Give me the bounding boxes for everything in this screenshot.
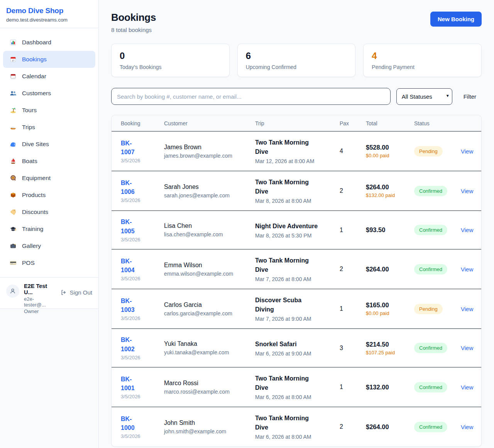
sidebar-item-label: Trips	[22, 124, 35, 131]
boats-icon	[10, 158, 17, 165]
view-link[interactable]: View	[461, 188, 474, 194]
sidebar-item-label: Gallery	[22, 243, 41, 249]
trip-name: Night Dive Adventure	[255, 222, 321, 231]
table-header-row: Booking Customer Trip Pax Total Status	[112, 115, 481, 131]
sign-out-label: Sign Out	[70, 289, 92, 296]
column-header-customer: Customer	[164, 120, 255, 126]
stat-card: 4 Pending Payment	[363, 44, 482, 77]
user-section: E2E Test U... e2e-tester@... Owner Sign …	[0, 277, 98, 320]
column-header-pax: Pax	[340, 120, 366, 126]
sign-out-icon	[60, 289, 67, 296]
booking-date: 3/5/2026	[121, 355, 164, 360]
page-title: Bookings	[111, 12, 156, 24]
table-row: BK-1004 3/5/2026 Emma Wilson emma.wilson…	[112, 249, 481, 289]
booking-id-link[interactable]: BK-1001	[121, 375, 143, 392]
status-filter-select[interactable]: All Statuses	[396, 88, 452, 105]
trip-name: Discover Scuba Diving	[255, 296, 321, 314]
new-booking-button[interactable]: New Booking	[430, 12, 482, 27]
booking-date: 3/5/2026	[121, 237, 164, 243]
user-email: e2e-tester@...	[24, 296, 56, 308]
avatar	[6, 285, 19, 298]
trip-datetime: Mar 6, 2026 at 8:00 AM	[255, 434, 340, 440]
booking-id-link[interactable]: BK-1002	[121, 335, 143, 353]
sidebar: Demo Dive Shop demo.test.divestreams.com…	[0, 0, 99, 448]
paid-amount: $0.00 paid	[366, 153, 401, 158]
sidebar-item-label: Products	[22, 192, 46, 199]
sidebar-item-calendar[interactable]: Calendar	[3, 68, 95, 85]
table-row: BK-1007 3/5/2026 James Brown james.brown…	[112, 131, 481, 171]
sidebar-item-label: POS	[22, 259, 35, 266]
total-amount: $132.00	[366, 384, 414, 391]
search-input[interactable]	[111, 88, 391, 105]
table-body: BK-1007 3/5/2026 James Brown james.brown…	[112, 131, 481, 446]
view-link[interactable]: View	[461, 227, 474, 233]
stat-value: 6	[246, 51, 347, 61]
sidebar-item-products[interactable]: Products	[3, 187, 95, 204]
sidebar-item-customers[interactable]: Customers	[3, 85, 95, 102]
status-badge: Confirmed	[414, 422, 447, 432]
sidebar-item-gallery[interactable]: Gallery	[3, 237, 95, 254]
customer-name: Lisa Chen	[164, 222, 255, 229]
view-link[interactable]: View	[461, 384, 474, 391]
paid-amount: $132.00 paid	[366, 192, 401, 198]
total-amount: $165.00	[366, 301, 414, 309]
table-row: BK-1000 3/5/2026 John Smith john.smith@e…	[112, 407, 481, 446]
sidebar-item-training[interactable]: Training	[3, 221, 95, 237]
view-link[interactable]: View	[461, 424, 474, 430]
filter-button[interactable]: Filter	[458, 91, 482, 102]
booking-id-link[interactable]: BK-1000	[121, 414, 143, 432]
sidebar-item-bookings[interactable]: 17 Bookings	[3, 51, 95, 68]
booking-date: 3/5/2026	[121, 433, 164, 439]
view-link[interactable]: View	[461, 148, 474, 155]
sidebar-item-dive-sites[interactable]: Dive Sites	[3, 136, 95, 153]
sidebar-item-boats[interactable]: Boats	[3, 153, 95, 170]
equipment-icon	[10, 175, 17, 182]
booking-id-link[interactable]: BK-1005	[121, 217, 143, 235]
status-filter: All Statuses ▾	[396, 88, 452, 105]
pax-count: 2	[340, 423, 366, 430]
status-badge: Pending	[414, 304, 443, 314]
sidebar-item-label: Customers	[22, 90, 51, 97]
table-row: BK-1005 3/5/2026 Lisa Chen lisa.chen@exa…	[112, 211, 481, 249]
booking-id-link[interactable]: BK-1007	[121, 139, 143, 157]
sidebar-item-equipment[interactable]: Equipment	[3, 170, 95, 187]
table-row: BK-1003 3/5/2026 Carlos Garcia carlos.ga…	[112, 289, 481, 329]
main-content: Bookings 8 total bookings New Booking 0 …	[99, 0, 494, 448]
pax-count: 2	[340, 187, 366, 194]
sidebar-item-tours[interactable]: Tours	[3, 102, 95, 119]
pax-count: 4	[340, 148, 366, 155]
booking-id-link[interactable]: BK-1004	[121, 257, 143, 275]
view-link[interactable]: View	[461, 306, 474, 312]
view-link[interactable]: View	[461, 345, 474, 351]
pax-count: 1	[340, 227, 366, 234]
dashboard-icon	[10, 39, 17, 46]
booking-id-link[interactable]: BK-1003	[121, 296, 143, 314]
customer-email: yuki.tanaka@example.com	[164, 349, 255, 355]
sign-out-button[interactable]: Sign Out	[60, 289, 92, 296]
customer-email: marco.rossi@example.com	[164, 389, 255, 395]
view-link[interactable]: View	[461, 266, 474, 273]
stats-row: 0 Today's Bookings 6 Upcoming Confirmed …	[111, 44, 482, 77]
total-amount: $93.50	[366, 226, 414, 234]
sidebar-item-label: Dive Sites	[22, 141, 49, 148]
sidebar-item-dashboard[interactable]: Dashboard	[3, 34, 95, 51]
booking-date: 3/5/2026	[121, 158, 164, 163]
total-amount: $264.00	[366, 423, 414, 431]
sidebar-item-pos[interactable]: POS	[3, 254, 95, 271]
sidebar-item-label: Training	[22, 226, 43, 232]
customer-name: James Brown	[164, 144, 255, 151]
shop-name: Demo Dive Shop	[6, 7, 92, 15]
trip-name: Two Tank Morning Dive	[255, 414, 321, 432]
booking-id-link[interactable]: BK-1006	[121, 179, 143, 196]
sidebar-item-trips[interactable]: Trips	[3, 119, 95, 136]
customer-name: Emma Wilson	[164, 262, 255, 269]
shop-domain: demo.test.divestreams.com	[6, 17, 92, 23]
calendar-icon	[10, 73, 17, 80]
sidebar-item-label: Dashboard	[22, 39, 51, 46]
gallery-icon	[10, 243, 17, 249]
column-header-status: Status	[414, 120, 461, 126]
pax-count: 1	[340, 305, 366, 312]
trips-icon	[10, 124, 17, 131]
status-badge: Confirmed	[414, 225, 447, 235]
sidebar-item-discounts[interactable]: Discounts	[3, 204, 95, 221]
